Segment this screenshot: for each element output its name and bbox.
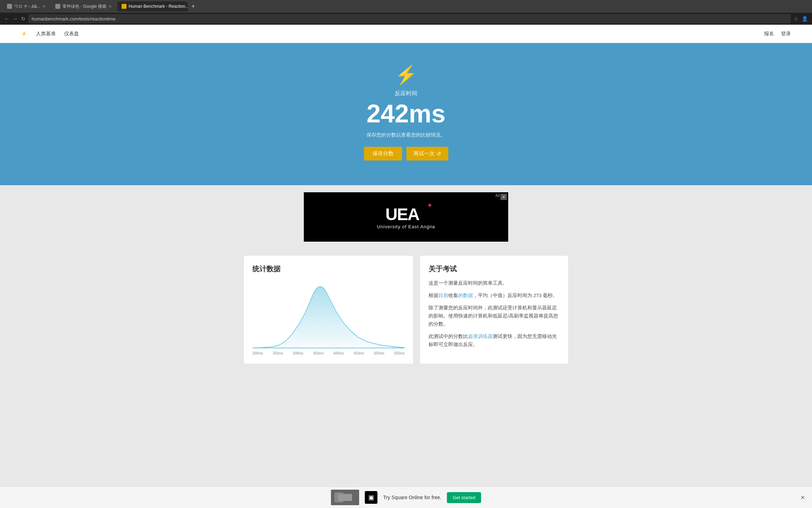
tab-bar: ウロ チ--,bǎ... ✕ 零件绿色 - Google 搜索 ✕ Human … (0, 0, 812, 13)
bookmark-icon[interactable]: ☆ (794, 16, 798, 22)
address-bar: ← → ↻ ☆ 👤 (0, 13, 812, 25)
chart-x-labels: 200ms 250ms 300ms 350ms 400ms 450ms 500m… (252, 350, 405, 355)
ad-logo-text: UEA (386, 205, 419, 224)
hero-subtitle: 反应时间 (395, 90, 417, 97)
x-label-3: 350ms (313, 351, 324, 355)
x-label-0: 200ms (252, 351, 263, 355)
reload-icon[interactable]: ↻ (21, 16, 25, 22)
hero-description: 保存您的分数以查看您的比较情况。 (367, 132, 445, 138)
chart-svg (252, 279, 405, 350)
info-para-0: 这是一个测量反应时间的简单工具。 (429, 279, 560, 288)
browser-nav-icons: ← → ↻ (4, 16, 25, 22)
site-logo: ⚡ (21, 31, 27, 36)
address-input[interactable] (28, 14, 791, 23)
hero-buttons: 保存分数 再试一次 ↺ (364, 147, 448, 161)
tab-favicon-2 (55, 4, 60, 9)
ad-close-button[interactable]: ✕ (500, 194, 507, 200)
browser-chrome: ウロ チ--,bǎ... ✕ 零件绿色 - Google 搜索 ✕ Human … (0, 0, 812, 25)
chart-fill (252, 286, 405, 348)
tab-1[interactable]: ウロ チ--,bǎ... ✕ (3, 1, 50, 11)
hero-section: ⚡ 反应时间 242ms 保存您的分数以查看您的比较情况。 保存分数 再试一次 … (0, 43, 812, 185)
info-title: 关于考试 (429, 264, 560, 274)
save-score-button[interactable]: 保存分数 (364, 147, 402, 161)
hero-result: 242ms (367, 101, 445, 126)
retry-label: 再试一次 (413, 150, 435, 157)
info-para-2: 除了测量您的反应时间外，此测试还受计算机和显示器延迟的影响。使用快速的计算机和低… (429, 304, 560, 328)
tab-close-1[interactable]: ✕ (42, 4, 45, 9)
ad-info-label: Ad (496, 194, 500, 198)
tab-favicon-1 (7, 4, 12, 9)
ad-container: Ad ✕ UEA ✦ University of East Anglia (0, 185, 812, 249)
nav-left: ⚡ 人类基准 仪表盘 (21, 31, 79, 37)
link-data[interactable]: 的数据 (458, 293, 473, 298)
ad-box: Ad ✕ UEA ✦ University of East Anglia (304, 192, 508, 242)
x-label-6: 500ms (374, 351, 385, 355)
tab-2[interactable]: 零件绿色 - Google 搜索 ✕ (51, 1, 116, 11)
nav-links: 人类基准 仪表盘 (36, 31, 79, 37)
tab-3[interactable]: Human Benchmark - Reaction... ✕ (117, 1, 188, 11)
profile-icon[interactable]: 👤 (802, 16, 808, 22)
tab-label-2: 零件绿色 - Google 搜索 (62, 4, 106, 10)
retry-button[interactable]: 再试一次 ↺ (406, 147, 448, 161)
chart-area (252, 279, 405, 350)
stats-title: 统计数据 (252, 264, 405, 274)
ad-logo-star: ✦ (427, 201, 433, 209)
x-label-2: 300ms (293, 351, 303, 355)
nav-link-dashboard[interactable]: 仪表盘 (64, 31, 79, 37)
back-icon[interactable]: ← (4, 16, 9, 22)
tab-label-1: ウロ チ--,bǎ... (14, 4, 40, 10)
info-para-1: 根据目前收集的数据，平均（中值）反应时间为 273 毫秒。 (429, 292, 560, 300)
content-area: 统计数据 200ms 250ms 300ms 350ms 400ms 450ms… (0, 249, 812, 378)
new-tab-button[interactable]: + (189, 3, 197, 10)
ad-logo: UEA ✦ University of East Anglia (377, 205, 435, 229)
logo-icon: ⚡ (21, 31, 27, 36)
retry-icon: ↺ (437, 151, 441, 157)
reaction-icon: ⚡ (395, 64, 418, 86)
browser-action-icons: ☆ 👤 (794, 16, 808, 22)
x-label-5: 450ms (353, 351, 364, 355)
stats-card: 统计数据 200ms 250ms 300ms 350ms 400ms 450ms… (244, 256, 413, 364)
nav-link-home[interactable]: 人类基准 (36, 31, 56, 37)
nav-signup[interactable]: 报名 (764, 31, 774, 37)
info-card: 关于考试 这是一个测量反应时间的简单工具。 根据目前收集的数据，平均（中值）反应… (420, 256, 568, 364)
tab-close-2[interactable]: ✕ (109, 4, 112, 9)
tab-label-3: Human Benchmark - Reaction... (129, 4, 188, 9)
forward-icon[interactable]: → (13, 16, 18, 22)
link-current[interactable]: 目前 (438, 293, 448, 298)
ad-university-name: University of East Anglia (377, 224, 435, 229)
site-nav: ⚡ 人类基准 仪表盘 报名 登录 (0, 25, 812, 43)
info-para-3: 此测试中的分数比超准训练器测试更快，因为您无需移动光标即可立即做出反应。 (429, 333, 560, 349)
x-label-4: 400ms (333, 351, 344, 355)
nav-right: 报名 登录 (764, 31, 791, 37)
x-label-1: 250ms (272, 351, 283, 355)
link-trainer[interactable]: 超准训练器 (468, 334, 493, 339)
nav-login[interactable]: 登录 (781, 31, 791, 37)
x-label-7: 550ms (394, 351, 405, 355)
tab-favicon-3 (122, 4, 127, 9)
